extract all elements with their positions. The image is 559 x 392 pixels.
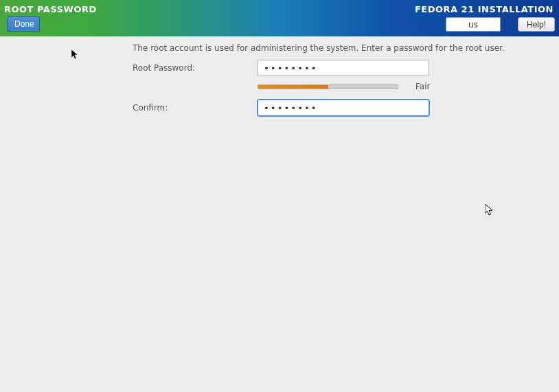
content-area: The root account is used for administeri… xyxy=(0,36,559,135)
strength-label: Fair xyxy=(415,82,430,91)
root-password-input[interactable] xyxy=(258,60,429,76)
confirm-password-input[interactable] xyxy=(258,100,429,116)
password-strength-bar xyxy=(258,84,398,89)
password-row: Root Password: xyxy=(130,60,545,76)
header-left: ROOT PASSWORD Done xyxy=(4,3,97,32)
keyboard-layout-indicator[interactable]: us xyxy=(446,17,501,32)
strength-row: Fair xyxy=(130,82,545,91)
strength-bar-fill xyxy=(258,85,328,89)
confirm-row: Confirm: xyxy=(130,100,545,116)
header-controls: us Help! xyxy=(446,17,555,32)
page-title: ROOT PASSWORD xyxy=(4,3,97,15)
confirm-label: Confirm: xyxy=(130,103,258,113)
password-label: Root Password: xyxy=(130,63,258,73)
header-right: FEDORA 21 INSTALLATION us Help! xyxy=(415,3,555,32)
help-button[interactable]: Help! xyxy=(518,17,555,32)
done-button[interactable]: Done xyxy=(7,16,40,32)
header-bar: ROOT PASSWORD Done FEDORA 21 INSTALLATIO… xyxy=(0,0,559,36)
installation-title: FEDORA 21 INSTALLATION xyxy=(415,3,555,14)
mouse-cursor-icon xyxy=(485,204,494,216)
description-text: The root account is used for administeri… xyxy=(130,43,545,53)
